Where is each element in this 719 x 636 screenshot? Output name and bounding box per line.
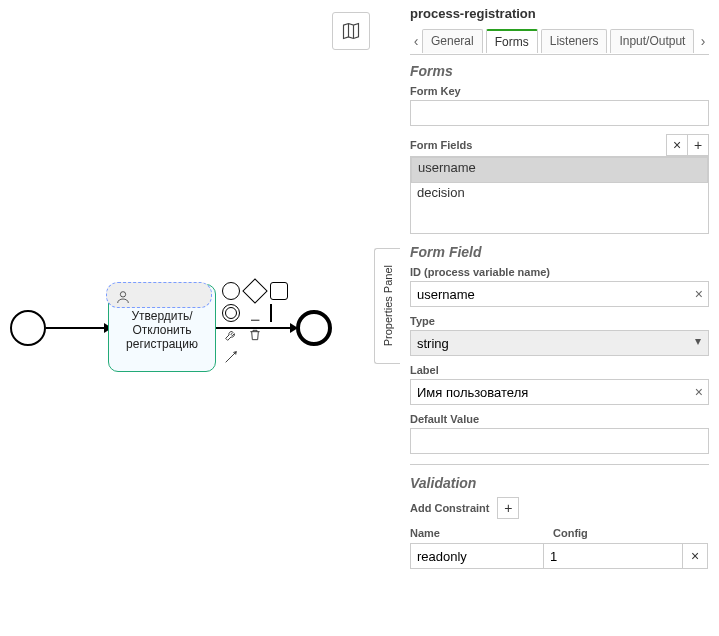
clear-icon[interactable]: ×: [695, 286, 703, 302]
bpmn-end-event[interactable]: [296, 310, 332, 346]
add-constraint-button[interactable]: +: [497, 497, 519, 519]
type-select[interactable]: string: [410, 330, 709, 356]
form-key-input[interactable]: [410, 100, 709, 126]
bpmn-canvas[interactable]: Утвердить/Отклонить регистрацию ⎯: [0, 0, 400, 636]
constraint-name-input[interactable]: [410, 543, 544, 569]
add-form-field-button[interactable]: +: [687, 134, 709, 156]
bpmn-start-event[interactable]: [10, 310, 46, 346]
append-intermediate-event-icon[interactable]: [222, 304, 240, 322]
append-text-annotation-icon[interactable]: [270, 304, 288, 322]
default-value-input[interactable]: [410, 428, 709, 454]
list-item[interactable]: decision: [411, 183, 708, 202]
bpmn-user-task[interactable]: Утвердить/Отклонить регистрацию: [108, 284, 216, 372]
tab-general[interactable]: General: [422, 29, 483, 53]
section-validation: Validation: [410, 475, 709, 491]
task-label: Утвердить/Отклонить регистрацию: [115, 309, 209, 351]
label-input[interactable]: [410, 379, 709, 405]
annotation-icon[interactable]: ⎯: [246, 304, 264, 322]
remove-form-field-button[interactable]: ×: [666, 134, 688, 156]
delete-icon[interactable]: [246, 326, 264, 344]
properties-panel-toggle[interactable]: Properties Panel: [374, 248, 400, 364]
divider: [410, 464, 709, 465]
form-fields-list[interactable]: username decision: [410, 156, 709, 234]
element-id-title: process-registration: [410, 6, 709, 21]
connect-icon[interactable]: [222, 348, 240, 366]
minimap-toggle-button[interactable]: [332, 12, 370, 50]
label-label: Label: [410, 364, 709, 376]
bpmn-sequence-flow[interactable]: [46, 327, 110, 329]
properties-panel: process-registration ‹ General Forms Lis…: [400, 0, 719, 636]
tab-scroll-right[interactable]: ›: [697, 33, 709, 49]
list-item[interactable]: username: [411, 157, 708, 183]
section-form-field: Form Field: [410, 244, 709, 260]
append-end-event-icon[interactable]: [222, 282, 240, 300]
constraint-name-header: Name: [410, 527, 544, 539]
type-label: Type: [410, 315, 709, 327]
constraint-config-header: Config: [543, 527, 709, 539]
add-constraint-label: Add Constraint: [410, 502, 489, 514]
clear-icon[interactable]: ×: [695, 384, 703, 400]
user-task-icon: [115, 289, 131, 308]
id-input[interactable]: [410, 281, 709, 307]
map-icon: [341, 21, 361, 41]
section-forms: Forms: [410, 63, 709, 79]
constraint-config-input[interactable]: [543, 543, 684, 569]
append-task-icon[interactable]: [270, 282, 288, 300]
default-value-label: Default Value: [410, 413, 709, 425]
append-gateway-icon[interactable]: [246, 282, 264, 300]
form-key-label: Form Key: [410, 85, 709, 97]
svg-point-0: [120, 292, 125, 297]
form-fields-label: Form Fields: [410, 139, 472, 151]
tab-input-output[interactable]: Input/Output: [610, 29, 694, 53]
tab-forms[interactable]: Forms: [486, 29, 538, 53]
tab-listeners[interactable]: Listeners: [541, 29, 608, 53]
id-label: ID (process variable name): [410, 266, 709, 278]
tab-scroll-left[interactable]: ‹: [410, 33, 422, 49]
properties-panel-label: Properties Panel: [382, 265, 394, 346]
change-type-icon[interactable]: [222, 326, 240, 344]
context-pad: ⎯: [222, 282, 294, 370]
remove-constraint-button[interactable]: ×: [682, 543, 708, 569]
